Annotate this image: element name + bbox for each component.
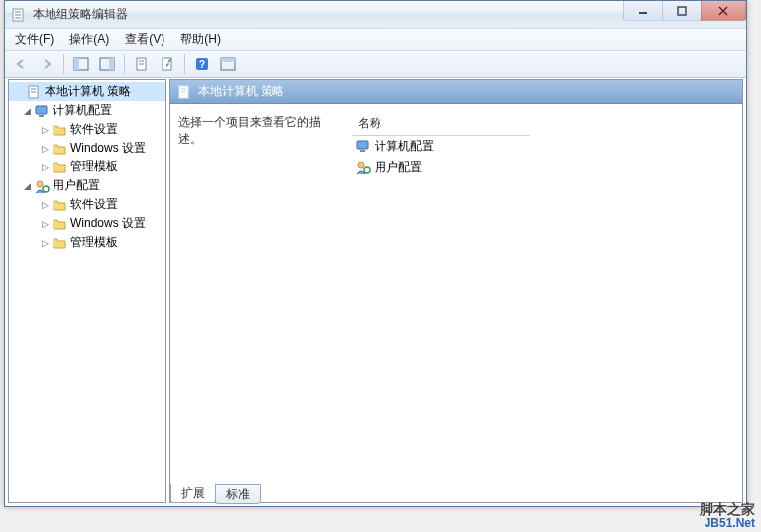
- window-title: 本地组策略编辑器: [33, 6, 128, 23]
- details-header-title: 本地计算机 策略: [198, 83, 284, 100]
- chevron-right-icon: ▷: [39, 219, 51, 229]
- chevron-right-icon: ▷: [39, 144, 51, 154]
- computer-icon: [355, 138, 371, 154]
- tree-label: 计算机配置: [53, 102, 112, 119]
- svg-rect-19: [221, 58, 235, 62]
- svg-rect-11: [109, 58, 114, 70]
- show-hide-tree-button[interactable]: [69, 53, 93, 75]
- chevron-down-icon: ◢: [21, 106, 33, 116]
- close-button[interactable]: [701, 1, 746, 21]
- svg-rect-9: [74, 58, 79, 70]
- svg-rect-5: [678, 7, 686, 15]
- list-item[interactable]: 用户配置: [352, 158, 734, 177]
- toolbar-separator: [124, 54, 125, 74]
- app-window: 本地组策略编辑器 文件(F) 操作(A) 查看(V) 帮助(H) ?: [4, 0, 747, 507]
- svg-rect-30: [357, 141, 368, 149]
- tree-pane: 本地计算机 策略 ◢ 计算机配置 ▷ 软件设置 ▷ Windows 设置: [8, 79, 166, 503]
- tab-standard[interactable]: 标准: [215, 484, 261, 504]
- policy-icon: [176, 84, 192, 100]
- toolbar-separator: [184, 54, 185, 74]
- list-item[interactable]: 计算机配置: [352, 136, 734, 156]
- tree-computer-windows[interactable]: ▷ Windows 设置: [9, 139, 165, 158]
- folder-icon: [52, 122, 67, 138]
- svg-rect-31: [360, 150, 365, 152]
- details-content: 选择一个项目来查看它的描述。 名称 计算机配置 用户配置: [170, 104, 742, 502]
- list-item-label: 计算机配置: [375, 138, 434, 155]
- folder-icon: [52, 216, 67, 232]
- tree-user-software[interactable]: ▷ 软件设置: [9, 195, 165, 214]
- tree-label: 管理模板: [70, 159, 118, 175]
- tree-label: 管理模板: [70, 234, 118, 251]
- menu-action[interactable]: 操作(A): [61, 29, 117, 50]
- svg-rect-24: [39, 115, 44, 117]
- watermark-en: JB51.Net: [700, 516, 755, 530]
- svg-text:?: ?: [199, 59, 205, 70]
- app-icon: [11, 7, 27, 23]
- tree[interactable]: 本地计算机 策略 ◢ 计算机配置 ▷ 软件设置 ▷ Windows 设置: [9, 80, 165, 502]
- column-name[interactable]: 名称: [352, 112, 530, 136]
- back-button[interactable]: [9, 53, 33, 75]
- column-header-row[interactable]: 名称: [352, 114, 734, 134]
- svg-rect-23: [36, 106, 47, 114]
- user-icon: [355, 160, 371, 175]
- chevron-right-icon: ▷: [39, 200, 51, 210]
- folder-icon: [52, 235, 67, 251]
- tree-user-windows[interactable]: ▷ Windows 设置: [9, 214, 165, 233]
- details-pane: 本地计算机 策略 选择一个项目来查看它的描述。 名称 计算机配置: [169, 79, 743, 503]
- help-button[interactable]: ?: [190, 53, 214, 75]
- description-area: 选择一个项目来查看它的描述。: [178, 114, 352, 494]
- maximize-button[interactable]: [662, 1, 702, 21]
- export-list-button[interactable]: [156, 53, 179, 75]
- tree-user-config[interactable]: ◢ 用户配置: [9, 176, 165, 195]
- tree-computer-templates[interactable]: ▷ 管理模板: [9, 158, 165, 176]
- tree-label: 软件设置: [70, 121, 118, 138]
- tree-label: Windows 设置: [70, 140, 146, 157]
- tree-root-label: 本地计算机 策略: [45, 83, 131, 100]
- details-header: 本地计算机 策略: [170, 80, 742, 104]
- list-item-label: 用户配置: [375, 160, 422, 176]
- tree-label: 用户配置: [53, 177, 100, 194]
- tree-root[interactable]: 本地计算机 策略: [9, 82, 165, 101]
- properties-button[interactable]: [130, 53, 154, 75]
- menu-file[interactable]: 文件(F): [7, 29, 61, 50]
- toolbar-separator: [63, 54, 64, 74]
- tree-label: Windows 设置: [70, 215, 146, 232]
- computer-icon: [34, 103, 50, 119]
- svg-point-33: [364, 167, 370, 173]
- tree-user-templates[interactable]: ▷ 管理模板: [9, 233, 165, 252]
- folder-icon: [52, 160, 67, 175]
- menu-view[interactable]: 查看(V): [117, 29, 172, 50]
- tree-computer-software[interactable]: ▷ 软件设置: [9, 120, 165, 139]
- tree-label: 软件设置: [70, 196, 118, 213]
- user-icon: [34, 178, 50, 194]
- chevron-right-icon: ▷: [39, 125, 51, 135]
- body: 本地计算机 策略 ◢ 计算机配置 ▷ 软件设置 ▷ Windows 设置: [8, 79, 743, 503]
- chevron-down-icon: ◢: [21, 181, 33, 191]
- chevron-right-icon: ▷: [39, 238, 51, 248]
- folder-icon: [52, 141, 67, 157]
- bottom-tabs: 扩展 标准: [170, 483, 260, 503]
- tree-computer-config[interactable]: ◢ 计算机配置: [9, 101, 165, 120]
- forward-button[interactable]: [35, 53, 58, 75]
- title-bar[interactable]: 本地组策略编辑器: [5, 1, 746, 29]
- window-controls: [624, 1, 746, 21]
- svg-point-26: [43, 186, 49, 192]
- svg-point-32: [358, 162, 364, 168]
- tab-extended[interactable]: 扩展: [170, 483, 216, 503]
- menu-bar: 文件(F) 操作(A) 查看(V) 帮助(H): [5, 29, 746, 51]
- chevron-right-icon: ▷: [39, 162, 51, 172]
- filter-button[interactable]: [216, 53, 240, 75]
- policy-icon: [26, 84, 42, 100]
- show-hide-action-button[interactable]: [95, 53, 119, 75]
- folder-icon: [52, 197, 67, 213]
- svg-point-25: [37, 181, 43, 187]
- description-text: 选择一个项目来查看它的描述。: [178, 115, 321, 146]
- minimize-button[interactable]: [623, 1, 663, 21]
- menu-help[interactable]: 帮助(H): [172, 29, 229, 50]
- item-list: 名称 计算机配置 用户配置: [352, 114, 734, 494]
- toolbar: ?: [5, 51, 746, 78]
